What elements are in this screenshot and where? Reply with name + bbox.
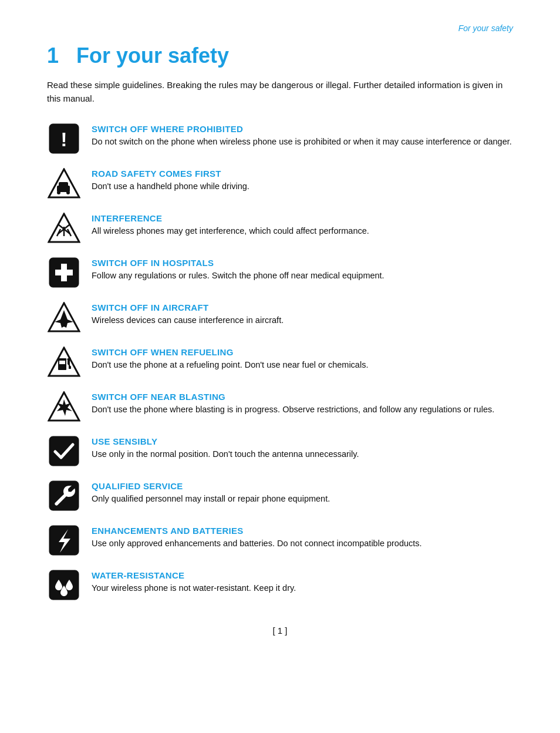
page-header: For your safety bbox=[47, 23, 513, 33]
blasting-icon bbox=[47, 389, 81, 423]
svg-rect-4 bbox=[59, 182, 68, 187]
enhancements-icon bbox=[47, 523, 81, 557]
list-item: INTERFERENCE All wireless phones may get… bbox=[47, 211, 513, 245]
chapter-number: 1 bbox=[47, 43, 59, 68]
list-item: ENHANCEMENTS AND BATTERIES Use only appr… bbox=[47, 523, 513, 557]
road-safety-content: ROAD SAFETY COMES FIRST Don't use a hand… bbox=[92, 166, 513, 193]
enhancements-content: ENHANCEMENTS AND BATTERIES Use only appr… bbox=[92, 523, 513, 550]
switch-off-prohibited-desc: Do not switch on the phone when wireless… bbox=[92, 136, 513, 149]
hospitals-content: SWITCH OFF IN HOSPITALS Follow any regul… bbox=[92, 255, 513, 283]
water-resistance-title: WATER-RESISTANCE bbox=[92, 570, 513, 580]
intro-paragraph: Read these simple guidelines. Breaking t… bbox=[47, 79, 513, 105]
hospitals-desc: Follow any regulations or rules. Switch … bbox=[92, 270, 513, 283]
svg-rect-15 bbox=[55, 270, 73, 275]
blasting-title: SWITCH OFF NEAR BLASTING bbox=[92, 392, 513, 402]
road-safety-title: ROAD SAFETY COMES FIRST bbox=[92, 169, 513, 179]
list-item: SWITCH OFF NEAR BLASTING Don't use the p… bbox=[47, 389, 513, 423]
refueling-icon bbox=[47, 345, 81, 379]
use-sensibly-content: USE SENSIBLY Use only in the normal posi… bbox=[92, 434, 513, 461]
water-resistance-desc: Your wireless phone is not water-resista… bbox=[92, 582, 513, 595]
safety-items-list: ! SWITCH OFF WHERE PROHIBITED Do not swi… bbox=[47, 122, 513, 602]
refueling-content: SWITCH OFF WHEN REFUELING Don't use the … bbox=[92, 345, 513, 372]
water-resistance-content: WATER-RESISTANCE Your wireless phone is … bbox=[92, 568, 513, 595]
aircraft-title: SWITCH OFF IN AIRCRAFT bbox=[92, 302, 513, 312]
list-item: ROAD SAFETY COMES FIRST Don't use a hand… bbox=[47, 166, 513, 200]
blasting-desc: Don't use the phone where blasting is in… bbox=[92, 404, 513, 416]
qualified-service-title: QUALIFIED SERVICE bbox=[92, 481, 513, 491]
road-safety-desc: Don't use a handheld phone while driving… bbox=[92, 180, 513, 193]
list-item: SWITCH OFF IN HOSPITALS Follow any regul… bbox=[47, 255, 513, 290]
page-number: [ 1 ] bbox=[47, 626, 513, 636]
list-item: ! SWITCH OFF WHERE PROHIBITED Do not swi… bbox=[47, 122, 513, 156]
chapter-title: 1 For your safety bbox=[47, 43, 513, 68]
interference-title: INTERFERENCE bbox=[92, 213, 513, 223]
switch-off-prohibited-content: SWITCH OFF WHERE PROHIBITED Do not switc… bbox=[92, 122, 513, 149]
refueling-title: SWITCH OFF WHEN REFUELING bbox=[92, 347, 513, 357]
aircraft-desc: Wireless devices can cause interference … bbox=[92, 314, 513, 327]
refueling-desc: Don't use the phone at a refueling point… bbox=[92, 359, 513, 372]
list-item: WATER-RESISTANCE Your wireless phone is … bbox=[47, 568, 513, 602]
aircraft-icon bbox=[47, 300, 81, 334]
hospitals-icon bbox=[47, 255, 81, 290]
qualified-service-content: QUALIFIED SERVICE Only qualified personn… bbox=[92, 479, 513, 506]
road-safety-icon bbox=[47, 166, 81, 200]
chapter-title-text: For your safety bbox=[76, 43, 229, 68]
qualified-service-icon bbox=[47, 479, 81, 513]
interference-content: INTERFERENCE All wireless phones may get… bbox=[92, 211, 513, 238]
svg-rect-22 bbox=[49, 436, 79, 466]
water-resistance-icon bbox=[47, 568, 81, 602]
use-sensibly-desc: Use only in the normal position. Don't t… bbox=[92, 448, 513, 461]
interference-icon bbox=[47, 211, 81, 245]
enhancements-desc: Use only approved enhancements and batte… bbox=[92, 537, 513, 550]
list-item: SWITCH OFF WHEN REFUELING Don't use the … bbox=[47, 345, 513, 379]
use-sensibly-title: USE SENSIBLY bbox=[92, 436, 513, 446]
list-item: SWITCH OFF IN AIRCRAFT Wireless devices … bbox=[47, 300, 513, 334]
svg-rect-19 bbox=[59, 361, 65, 364]
list-item: USE SENSIBLY Use only in the normal posi… bbox=[47, 434, 513, 468]
use-sensibly-icon bbox=[47, 434, 81, 468]
switch-off-prohibited-title: SWITCH OFF WHERE PROHIBITED bbox=[92, 124, 513, 134]
svg-point-6 bbox=[66, 191, 70, 194]
blasting-content: SWITCH OFF NEAR BLASTING Don't use the p… bbox=[92, 389, 513, 416]
svg-text:!: ! bbox=[60, 128, 67, 150]
hospitals-title: SWITCH OFF IN HOSPITALS bbox=[92, 258, 513, 268]
enhancements-title: ENHANCEMENTS AND BATTERIES bbox=[92, 526, 513, 536]
interference-desc: All wireless phones may get interference… bbox=[92, 225, 513, 238]
switch-off-prohibited-icon: ! bbox=[47, 122, 81, 156]
qualified-service-desc: Only qualified personnel may install or … bbox=[92, 493, 513, 506]
svg-point-5 bbox=[57, 191, 60, 194]
aircraft-content: SWITCH OFF IN AIRCRAFT Wireless devices … bbox=[92, 300, 513, 327]
list-item: QUALIFIED SERVICE Only qualified personn… bbox=[47, 479, 513, 513]
